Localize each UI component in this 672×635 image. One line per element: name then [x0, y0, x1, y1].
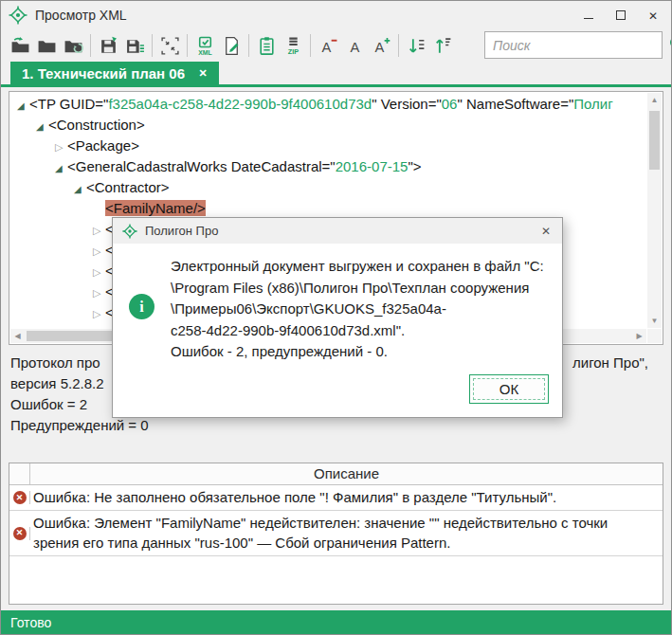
scroll-up-icon[interactable] — [647, 93, 662, 107]
dialog-close-button[interactable] — [536, 222, 556, 241]
title-bar: Просмотр XML — [1, 1, 671, 29]
scroll-down-icon[interactable] — [647, 314, 662, 328]
dialog-message: Электронный документ выгружен и сохранен… — [171, 256, 561, 363]
ok-button[interactable]: ОК — [469, 374, 549, 404]
window-title: Просмотр XML — [35, 8, 127, 23]
tab-underline — [1, 84, 671, 87]
save-file-button[interactable] — [95, 32, 121, 59]
search-input[interactable] — [485, 38, 668, 53]
sign-file-button[interactable] — [218, 32, 245, 59]
protocol-button[interactable] — [253, 32, 280, 59]
toolbar-separator — [187, 34, 188, 57]
expanded-icon[interactable]: ◢ — [74, 179, 86, 200]
error-table-header-label: Описание — [30, 463, 663, 484]
vertical-scroll-thumb[interactable] — [649, 111, 660, 170]
error-table-icon-column — [9, 463, 30, 484]
protocol-warnings-count: Предупреждений = 0 — [10, 417, 149, 433]
xml-tree-line[interactable]: ▷<Package> — [9, 136, 647, 156]
toolbar-separator — [398, 34, 399, 57]
minimize-button[interactable] — [572, 1, 605, 29]
save-protocol-button[interactable] — [121, 32, 148, 59]
message-line: c258-4d22-990b-9f400610d73d.xml". — [171, 320, 561, 342]
expanded-icon[interactable]: ◢ — [55, 158, 67, 179]
collapsed-icon[interactable]: ▷ — [55, 136, 67, 157]
collapsed-icon[interactable]: ▷ — [93, 303, 105, 324]
sign-file-icon — [222, 36, 242, 56]
toolbar: XMLZIPAAA — [1, 29, 671, 62]
xml-element: <GeneralCadastralWorks DateCadastral="20… — [67, 158, 422, 174]
collapsed-icon[interactable]: ▷ — [93, 220, 105, 241]
protocol-text: версия 5.2.8.2 — [10, 375, 104, 391]
toolbar-separator — [248, 34, 249, 57]
scroll-left-icon[interactable] — [10, 329, 25, 343]
font-increase-icon: A — [372, 36, 391, 56]
xml-tree-line[interactable]: <FamilyName/> — [9, 198, 647, 219]
xml-tree-line[interactable]: ◢<TP GUID="f325a04a-c258-4d22-990b-9f400… — [9, 94, 647, 115]
toolbar-separator — [152, 34, 153, 57]
error-table-header: Описание — [9, 463, 663, 485]
error-description: Ошибка: Элемент "FamilyName" недействите… — [30, 511, 663, 555]
maximize-button[interactable] — [605, 1, 637, 29]
expanded-icon[interactable]: ◢ — [36, 117, 48, 137]
scroll-right-icon[interactable] — [632, 329, 646, 343]
tab-technical-plan[interactable]: 1. Технический план 06 — [10, 62, 219, 84]
fit-window-icon — [160, 36, 180, 56]
reload-file-icon — [64, 36, 83, 56]
svg-text:XML: XML — [198, 48, 211, 55]
message-dialog: Полигон Про Электронный документ выгруже… — [112, 217, 563, 418]
message-line: Электронный документ выгружен и сохранен… — [171, 256, 561, 278]
message-line: Ошибок - 2, предупреждений - 0. — [171, 341, 561, 363]
error-table: Описание ✕Ошибка: Не заполнено обязатель… — [9, 463, 663, 605]
table-row[interactable]: ✕Ошибка: Не заполнено обязательное поле … — [9, 485, 663, 511]
xml-tree-line[interactable]: ◢<GeneralCadastralWorks DateCadastral="2… — [9, 156, 647, 177]
dialog-logo-icon — [122, 224, 137, 239]
toolbar-separator — [310, 34, 311, 57]
xml-element: <FamilyName/> — [105, 200, 206, 216]
open-file-button[interactable] — [7, 32, 33, 59]
close-button[interactable] — [637, 1, 669, 29]
error-description: Ошибка: Не заполнено обязательное поле "… — [30, 485, 663, 510]
protocol-icon — [257, 36, 277, 56]
reload-file-button[interactable] — [60, 32, 86, 59]
check-xml-button[interactable]: XML — [191, 32, 218, 59]
minimize-icon — [584, 18, 593, 19]
xml-tree-line[interactable]: ◢<Construction> — [9, 115, 647, 136]
collapsed-icon[interactable]: ▷ — [93, 262, 105, 282]
numbering-up-icon — [433, 36, 453, 56]
fit-window-button[interactable] — [156, 32, 183, 59]
scrollbar-corner — [647, 329, 662, 343]
close-icon — [648, 9, 658, 23]
tab-close-icon[interactable] — [196, 66, 209, 80]
zip-archive-icon: ZIP — [283, 36, 303, 56]
expanded-icon[interactable]: ◢ — [17, 96, 29, 117]
font-default-button[interactable]: A — [341, 32, 368, 59]
protocol-text: лигон Про", — [572, 354, 648, 371]
dialog-title: Полигон Про — [145, 224, 218, 238]
toolbar-icons: XMLZIPAAA — [7, 31, 456, 60]
table-row[interactable]: ✕Ошибка: Элемент "FamilyName" недействит… — [9, 511, 663, 556]
search-box — [484, 31, 663, 59]
svg-text:A: A — [374, 39, 384, 54]
open-folder-button[interactable] — [33, 32, 60, 59]
search-button[interactable] — [668, 33, 672, 58]
maximize-icon — [616, 10, 626, 20]
save-file-icon — [99, 36, 118, 56]
search-icon — [668, 35, 672, 55]
numbering-down-button[interactable] — [403, 32, 429, 59]
tab-bar: 1. Технический план 06 — [1, 62, 671, 84]
numbering-up-button[interactable] — [429, 32, 456, 59]
xml-element: <TP GUID="f325a04a-c258-4d22-990b-9f4006… — [29, 96, 613, 112]
check-xml-icon: XML — [195, 36, 215, 56]
font-decrease-button[interactable]: A — [315, 32, 341, 59]
collapsed-icon[interactable]: ▷ — [93, 282, 105, 303]
svg-text:ZIP: ZIP — [287, 47, 299, 56]
svg-text:A: A — [350, 39, 359, 54]
numbering-down-icon — [407, 36, 427, 56]
vertical-scrollbar[interactable] — [647, 93, 662, 328]
info-icon — [129, 294, 154, 319]
collapsed-icon[interactable]: ▷ — [93, 241, 105, 262]
xml-tree-line[interactable]: ◢<Contractor> — [9, 177, 647, 198]
dialog-title-bar: Полигон Про — [113, 218, 562, 244]
font-increase-button[interactable]: A — [368, 32, 394, 59]
zip-archive-button[interactable]: ZIP — [280, 32, 306, 59]
